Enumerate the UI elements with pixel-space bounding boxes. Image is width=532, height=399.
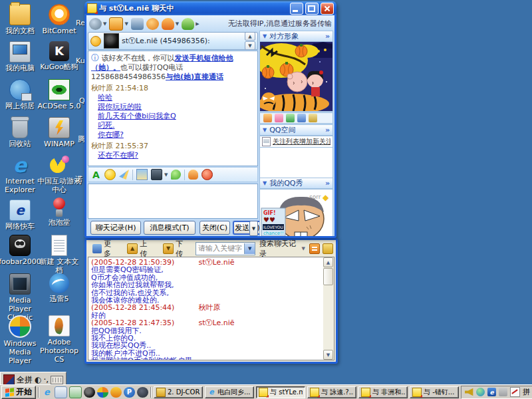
scrollbar-thumb[interactable]: [323, 268, 333, 285]
desktop-icon-photoshop[interactable]: Adobe Photoshop CS: [37, 315, 81, 364]
minimize-button[interactable]: [290, 3, 303, 15]
task-button-chat-4[interactable]: 与 -锖钉...: [410, 386, 459, 398]
send-options-dropdown[interactable]: ▼: [249, 221, 258, 236]
quicklaunch-show-desktop-icon[interactable]: [69, 386, 82, 398]
refresh-icon[interactable]: [286, 114, 295, 122]
ime-logo-icon[interactable]: [3, 374, 15, 386]
desktop-icon-acdsee[interactable]: ACDSee 5.0: [37, 79, 81, 110]
quicklaunch-pplive-icon[interactable]: P: [124, 387, 135, 398]
quicklaunch-mail-icon[interactable]: [55, 386, 67, 398]
scroll-down-button[interactable]: ▼: [245, 41, 255, 50]
quicklaunch-foobar-icon[interactable]: [84, 387, 95, 398]
desktop-icon-paopaotang[interactable]: 泡泡堂: [37, 197, 81, 227]
emoticon-icon[interactable]: [104, 169, 116, 180]
history-record-list[interactable]: (2005-12-28 21:50:39)stⓎLe.niē 但是需要QQ密码验…: [88, 257, 334, 360]
magic-expression-icon[interactable]: [119, 170, 129, 180]
scroll-up-button[interactable]: ▲: [323, 257, 333, 267]
send-picture-icon[interactable]: [136, 169, 148, 180]
flashget-tray-icon[interactable]: e: [487, 388, 496, 396]
export-icon[interactable]: [323, 243, 333, 254]
collapse-icon[interactable]: ▼: [263, 127, 267, 133]
chevron-down-icon[interactable]: ▼: [302, 246, 305, 251]
contact-info-icon[interactable]: [162, 18, 174, 30]
qq-phone-icon[interactable]: [131, 18, 144, 30]
scroll-down-button[interactable]: ▼: [323, 350, 333, 360]
desktop-icon-new-text-doc[interactable]: 新建 文本文档: [37, 235, 81, 275]
music-share-icon[interactable]: [146, 18, 159, 30]
collapse-icon[interactable]: ▼: [263, 180, 267, 186]
chevron-down-icon[interactable]: ▼: [124, 21, 128, 27]
send-file-icon[interactable]: [109, 17, 123, 31]
task-button-winamp[interactable]: 2. DJ-COR...: [154, 386, 203, 398]
opponent-panel-header[interactable]: ▼ 对方形象 »: [259, 31, 333, 42]
task-button-chat-3[interactable]: 与 非洲和...: [358, 386, 408, 398]
start-button[interactable]: 开始: [1, 386, 36, 399]
tell-friend-icon[interactable]: [188, 170, 198, 180]
message-display-area[interactable]: ⓘ 该好友不在线，你可以发送手机短信给他（她）。也可以拨打QQ电话1258688…: [88, 51, 258, 166]
view-mode-icon[interactable]: [309, 243, 320, 254]
desktop-icon-thunder[interactable]: 迅雷5: [37, 273, 81, 303]
desktop-icon-foobar2000[interactable]: foobar2000: [0, 235, 42, 266]
qzone-panel-header[interactable]: ▼ QQ空间 »: [259, 124, 333, 136]
combo-dropdown-icon[interactable]: ▼: [244, 243, 255, 254]
message-mode-button[interactable]: 消息模式(T): [144, 221, 196, 235]
qqshow-panel-header[interactable]: ▼ 我的QQ秀 »: [259, 178, 333, 189]
photo-icon[interactable]: [263, 114, 272, 122]
soft-keyboard-icon[interactable]: [51, 376, 63, 384]
tablet-pen-icon[interactable]: [510, 387, 520, 397]
kugoo-tray-icon[interactable]: [476, 388, 485, 396]
qzone-follow-link[interactable]: 关注列表增加新关注: [273, 137, 331, 146]
contact-avatar[interactable]: [104, 33, 119, 49]
chat-scene-icon[interactable]: [171, 170, 181, 180]
keyword-search-input[interactable]: 请输入关键字 ▼: [196, 242, 255, 255]
full-half-width-icon[interactable]: ◐: [35, 376, 41, 384]
task-button-chat-style[interactable]: 与 stYLe.m...: [256, 386, 305, 398]
quicklaunch-wmp-icon[interactable]: [97, 387, 108, 398]
desktop-icon-recycle-bin[interactable]: 回收站: [0, 117, 42, 148]
desktop-icon-winamp[interactable]: WINAMP: [37, 117, 81, 148]
close-button[interactable]: [321, 3, 334, 15]
chevron-down-icon[interactable]: ▼: [103, 21, 106, 27]
task-button-ie[interactable]: e电白同乡...: [205, 386, 254, 398]
search-history-button[interactable]: 搜索聊天记录 ▼: [259, 240, 305, 259]
chevron-down-icon[interactable]: ▼: [164, 172, 168, 178]
qq-show-icon[interactable]: [182, 18, 194, 30]
desktop-icon-wmp[interactable]: Windows Media Player: [0, 315, 42, 365]
desktop-icon-my-computer[interactable]: 我的电脑: [0, 41, 42, 72]
desktop-icon-bitcomet[interactable]: BitComet: [37, 4, 81, 35]
font-style-icon[interactable]: A: [91, 170, 101, 180]
desktop-icon-internet-explorer[interactable]: e Internet Explorer: [0, 156, 42, 194]
desktop-icon-network-places[interactable]: 网上邻居: [0, 79, 42, 110]
video-chat-icon[interactable]: [89, 18, 102, 30]
pinyin-indicator[interactable]: 拼: [523, 387, 530, 397]
network-status-icon[interactable]: [499, 388, 507, 396]
history-scrollbar[interactable]: ▲ ▼: [323, 257, 334, 360]
scroll-up-button[interactable]: ▲: [245, 32, 255, 41]
close-chat-button[interactable]: 关闭(C): [200, 221, 230, 235]
ime-mode-label[interactable]: 全拼: [17, 374, 33, 386]
friends-icon[interactable]: [297, 114, 306, 122]
signature-icon[interactable]: [309, 114, 317, 122]
expand-chevron-icon[interactable]: »: [325, 179, 330, 188]
chat-history-button[interactable]: 聊天记录(H): [90, 221, 141, 235]
desktop-icon-kugoo[interactable]: K KuGoo酷狗: [37, 41, 81, 71]
qq-show-mall-icon[interactable]: [275, 114, 283, 122]
desktop-icon-flashget[interactable]: e 网络快车: [0, 200, 42, 231]
expand-chevron-icon[interactable]: »: [325, 126, 330, 134]
quicklaunch-ie-icon[interactable]: e: [41, 387, 53, 398]
my-qqshow-image[interactable]: sorr ◆ GIF! ♥♥ ILOVEYOU chanc: [259, 189, 333, 236]
collapse-icon[interactable]: ▼: [263, 33, 267, 39]
window-shake-icon[interactable]: [201, 169, 213, 180]
maximize-button[interactable]: [305, 3, 319, 15]
task-button-chat-2[interactable]: 与 詠遠.?...: [307, 386, 356, 398]
expand-chevron-icon[interactable]: »: [325, 32, 330, 41]
screen-capture-icon[interactable]: [151, 169, 162, 180]
qq-call-link[interactable]: 与他(她)直接通话: [166, 72, 223, 81]
chat-window-titlebar[interactable]: 与 stⓎLe.niē 聊天中: [84, 1, 336, 15]
more-tools-icon[interactable]: ▶: [196, 21, 199, 27]
quicklaunch-winamp-icon[interactable]: [110, 387, 122, 398]
punctuation-toggle-icon[interactable]: ·,: [43, 375, 49, 384]
desktop-icon-my-documents[interactable]: 我的文档: [0, 4, 42, 35]
chevron-down-icon[interactable]: ▼: [176, 21, 179, 27]
quicklaunch-misc-icon[interactable]: [137, 387, 148, 398]
